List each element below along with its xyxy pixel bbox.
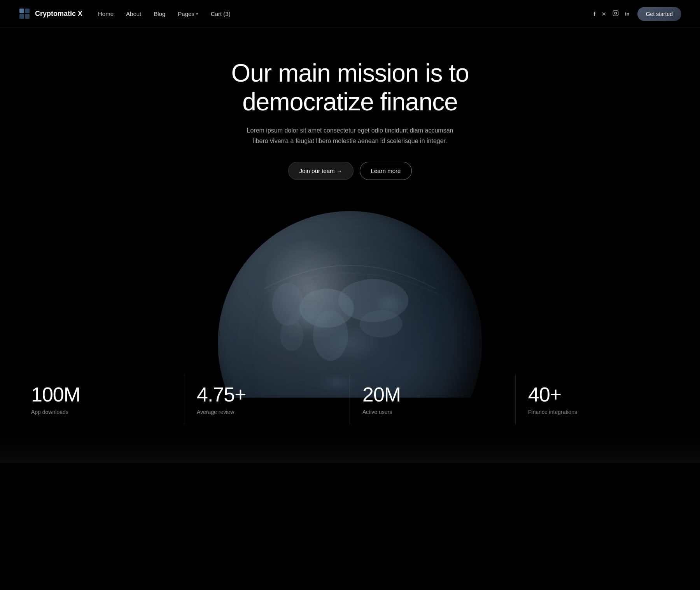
stat-number-2: 20M (362, 384, 503, 406)
nav-right: f ✕ in Get started (593, 7, 681, 21)
svg-point-10 (280, 320, 303, 351)
svg-point-6 (617, 11, 617, 12)
stat-number-0: 100M (31, 384, 172, 406)
bottom-section (0, 432, 700, 463)
stat-number-3: 40+ (528, 384, 669, 406)
svg-point-5 (615, 12, 617, 14)
navbar: Cryptomatic X Home About Blog Pages ▾ Ca… (0, 0, 700, 28)
logo-icon (19, 8, 31, 20)
nav-about[interactable]: About (126, 10, 141, 17)
svg-point-11 (338, 279, 408, 322)
join-team-button[interactable]: Join our team → (288, 162, 354, 180)
stat-finance-integrations: 40+ Finance integrations (516, 374, 681, 424)
stat-active-users: 20M Active users (350, 374, 516, 424)
globe-visual (218, 211, 482, 398)
nav-links: Home About Blog Pages ▾ Cart (3) (98, 10, 231, 17)
logo-link[interactable]: Cryptomatic X (19, 8, 82, 20)
nav-cart[interactable]: Cart (3) (211, 10, 231, 17)
hero-section: Our main mission is to democratize finan… (0, 28, 700, 180)
hero-title: Our main mission is to democratize finan… (202, 59, 498, 116)
instagram-icon[interactable] (612, 10, 619, 18)
social-icons: f ✕ in (593, 10, 630, 18)
nav-blog[interactable]: Blog (154, 10, 165, 17)
logo-text: Cryptomatic X (35, 10, 82, 18)
twitter-icon[interactable]: ✕ (602, 11, 606, 17)
learn-more-button[interactable]: Learn more (360, 162, 412, 180)
globe-section (0, 196, 700, 398)
svg-rect-1 (25, 9, 30, 13)
hero-subtitle: Lorem ipsum dolor sit amet consectetur e… (241, 126, 459, 146)
stat-label-2: Active users (362, 409, 503, 415)
stat-number-1: 4.75+ (197, 384, 337, 406)
stat-app-downloads: 100M App downloads (19, 374, 184, 424)
chevron-down-icon: ▾ (196, 11, 198, 16)
svg-rect-2 (19, 14, 24, 19)
nav-home[interactable]: Home (98, 10, 114, 17)
stat-average-review: 4.75+ Average review (184, 374, 350, 424)
get-started-button[interactable]: Get started (637, 7, 681, 21)
stats-section: 100M App downloads 4.75+ Average review … (0, 374, 700, 424)
globe-container (214, 203, 486, 398)
svg-point-8 (313, 310, 348, 361)
stat-label-1: Average review (197, 409, 337, 415)
svg-rect-0 (19, 9, 24, 13)
linkedin-icon[interactable]: in (625, 11, 630, 17)
svg-rect-3 (25, 14, 30, 19)
stat-label-3: Finance integrations (528, 409, 669, 415)
facebook-icon[interactable]: f (593, 10, 595, 17)
svg-point-12 (360, 310, 402, 337)
hero-buttons: Join our team → Learn more (19, 162, 681, 180)
pages-dropdown[interactable]: Pages ▾ (178, 10, 198, 17)
stat-label-0: App downloads (31, 409, 172, 415)
nav-left: Cryptomatic X Home About Blog Pages ▾ Ca… (19, 8, 231, 20)
svg-point-7 (299, 289, 354, 328)
svg-point-9 (272, 283, 303, 326)
svg-rect-4 (613, 10, 618, 16)
